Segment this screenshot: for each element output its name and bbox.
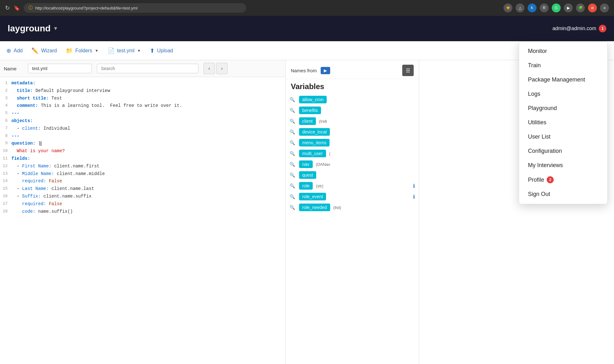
menu-icon[interactable]: ≡: [600, 3, 609, 12]
var-search-icon-multi-user[interactable]: 🔍: [290, 151, 296, 156]
ext-icon-4[interactable]: G: [552, 3, 561, 12]
variables-panel: Names from ▶ ☰ Variables 🔍 allow_cron 🔍 …: [286, 60, 419, 364]
add-icon: ⊕: [6, 47, 11, 54]
ext-icon-1[interactable]: △: [516, 3, 524, 12]
code-line-17: 17 required: False: [0, 200, 285, 208]
menu-item-sign-out[interactable]: Sign Out: [519, 187, 607, 201]
var-row-benefits: 🔍 benefits: [286, 105, 419, 116]
var-meta-nav: (DANav: [316, 162, 330, 167]
ext-icon-6[interactable]: 🧩: [576, 3, 585, 12]
code-line-13: 13 - Middle Name: client.name.middle: [0, 170, 285, 178]
var-row-nav: 🔍 nav (DANav: [286, 159, 419, 170]
code-editor[interactable]: 1 metadata: 2 title: Default playground …: [0, 77, 285, 364]
menu-label-my-interviews: My Interviews: [528, 162, 563, 169]
code-line-11: 11 fields:: [0, 155, 285, 163]
var-tag-allow-cron[interactable]: allow_cron: [299, 96, 327, 103]
var-row-client: 🔍 client (Indi: [286, 116, 419, 127]
var-tag-quest[interactable]: quest: [299, 171, 316, 179]
menu-item-user-list[interactable]: User List: [519, 130, 607, 144]
var-tag-nav[interactable]: nav: [299, 160, 313, 168]
code-line-4: 4 comment: This is a learning tool. Feel…: [0, 102, 285, 110]
variables-list: 🔍 allow_cron 🔍 benefits 🔍 client (Indi 🔍…: [286, 93, 419, 364]
var-row-device-local: 🔍 device_local: [286, 127, 419, 137]
var-search-icon-device-local[interactable]: 🔍: [290, 129, 296, 134]
var-search-icon-menu-items[interactable]: 🔍: [290, 140, 296, 145]
variables-header: Names from ▶ ☰: [286, 60, 419, 79]
title-dropdown-arrow: ▼: [53, 26, 58, 31]
security-icon: ⓘ: [28, 5, 33, 11]
var-row-allow-cron: 🔍 allow_cron: [286, 94, 419, 105]
menu-item-playground[interactable]: Playground: [519, 101, 607, 115]
code-line-6: 6 objects:: [0, 117, 285, 125]
address-bar[interactable]: ⓘ http://localhost/playground?project=de…: [24, 3, 246, 13]
var-info-icon-role-event[interactable]: ℹ: [413, 194, 415, 200]
menu-item-package-management[interactable]: Package Management: [519, 73, 607, 87]
menu-item-my-interviews[interactable]: My Interviews: [519, 158, 607, 172]
list-view-button[interactable]: ☰: [402, 65, 414, 76]
var-info-icon-role[interactable]: ℹ: [413, 183, 415, 189]
var-tag-device-local[interactable]: device_local: [299, 128, 330, 136]
var-search-icon-role[interactable]: 🔍: [290, 183, 296, 188]
file-arrow: ▼: [137, 49, 141, 53]
code-line-15: 15 - Last Name: client.name.last: [0, 185, 285, 193]
var-tag-role-needed[interactable]: role_needed: [299, 204, 330, 211]
user-area[interactable]: admin@admin.com 1: [552, 25, 606, 32]
add-button[interactable]: ⊕ Add: [6, 47, 23, 54]
ext-icon-3[interactable]: R: [540, 3, 549, 12]
var-search-icon-quest[interactable]: 🔍: [290, 172, 296, 178]
menu-item-profile[interactable]: Profile 2: [519, 172, 607, 187]
var-search-icon-allow-cron[interactable]: 🔍: [290, 97, 296, 102]
var-tag-role[interactable]: role: [299, 182, 313, 190]
file-name-input[interactable]: [28, 64, 92, 73]
app-title[interactable]: layground ▼: [8, 23, 58, 34]
var-tag-benefits[interactable]: benefits: [299, 107, 321, 114]
menu-item-train[interactable]: Train: [519, 58, 607, 73]
wizard-button[interactable]: ✏️ Wizard: [31, 47, 57, 54]
menu-label-utilities: Utilities: [528, 119, 546, 126]
var-search-icon-role-event[interactable]: 🔍: [290, 194, 296, 199]
ext-icon-2[interactable]: K: [528, 3, 537, 12]
var-tag-menu-items[interactable]: menu_items: [299, 139, 330, 146]
menu-item-logs[interactable]: Logs: [519, 87, 607, 101]
menu-label-train: Train: [528, 62, 541, 69]
nav-next-button[interactable]: ›: [216, 63, 228, 74]
menu-item-monitor[interactable]: Monitor: [519, 44, 607, 58]
var-meta-multi-user: (: [329, 151, 330, 156]
browser-chrome: ↻ 🔖 ⓘ http://localhost/playground?projec…: [0, 0, 614, 16]
bookmark-icon[interactable]: 🔖: [14, 5, 20, 11]
search-input[interactable]: [97, 64, 198, 73]
app-header: layground ▼ admin@admin.com 1: [0, 16, 614, 41]
code-line-9: 9 question: |: [0, 140, 285, 147]
ext-icon-7[interactable]: ⊘: [588, 3, 597, 12]
brave-icon[interactable]: 🦁: [504, 3, 512, 12]
nav-prev-button[interactable]: ‹: [204, 63, 215, 74]
code-line-5: 5 ---: [0, 110, 285, 117]
menu-item-utilities[interactable]: Utilities: [519, 115, 607, 130]
var-meta-client: (Indi: [319, 119, 327, 124]
refresh-icon[interactable]: ↻: [5, 4, 10, 11]
names-from-button[interactable]: ▶: [321, 67, 330, 74]
var-tag-role-event[interactable]: role_event: [299, 193, 326, 200]
upload-label: Upload: [157, 48, 173, 54]
code-line-16: 16 - Suffix: client.name.suffix: [0, 193, 285, 200]
var-meta-role: (str): [316, 184, 323, 188]
var-tag-multi-user[interactable]: multi_user: [299, 150, 326, 157]
ext-icon-5[interactable]: ▶: [564, 3, 573, 12]
code-line-8: 8 ---: [0, 133, 285, 140]
menu-label-profile: Profile: [528, 177, 544, 183]
var-search-icon-client[interactable]: 🔍: [290, 119, 296, 124]
names-from-label: Names from: [291, 68, 317, 73]
file-button[interactable]: 📄 test.yml ▼: [108, 47, 141, 54]
upload-button[interactable]: ⬆ Upload: [150, 47, 173, 54]
menu-label-monitor: Monitor: [528, 48, 547, 55]
var-tag-client[interactable]: client: [299, 117, 316, 125]
folders-button[interactable]: 📁 Folders ▼: [66, 47, 98, 54]
var-search-icon-benefits[interactable]: 🔍: [290, 108, 296, 113]
var-search-icon-nav[interactable]: 🔍: [290, 162, 296, 167]
url-text: http://localhost/playground?project=defa…: [35, 6, 137, 10]
dropdown-menu: Monitor Train Package Management Logs Pl…: [519, 41, 608, 204]
var-row-role-event: 🔍 role_event ℹ: [286, 191, 419, 202]
menu-item-configuration[interactable]: Configuration: [519, 144, 607, 158]
var-search-icon-role-needed[interactable]: 🔍: [290, 205, 296, 210]
folders-arrow: ▼: [95, 49, 99, 53]
